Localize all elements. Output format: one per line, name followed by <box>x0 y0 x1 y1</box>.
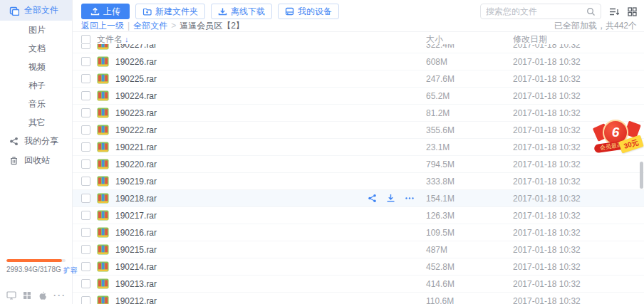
file-name[interactable]: 190215.rar <box>115 245 350 255</box>
file-list: 190226.rar 608M 2017-01-18 10:32 190225.… <box>73 53 644 304</box>
sort-list-icon[interactable] <box>609 7 620 16</box>
file-name[interactable]: 190216.rar <box>115 228 350 238</box>
download-file-icon[interactable] <box>386 194 395 203</box>
sidebar-item-music[interactable]: 音乐 <box>0 95 72 113</box>
file-size: 608M <box>426 57 513 67</box>
row-checkbox[interactable] <box>81 177 90 186</box>
promo-badge[interactable]: 6 会员最高 30元 <box>595 120 640 161</box>
file-size: 487M <box>426 245 513 255</box>
breadcrumb-root-link[interactable]: 全部文件 <box>133 20 167 32</box>
sidebar-item-torrents[interactable]: 种子 <box>0 76 72 95</box>
file-modified: 2017-01-18 10:32 <box>513 228 644 238</box>
file-name[interactable]: 190213.rar <box>115 279 350 289</box>
file-row[interactable]: 190215.rar 487M 2017-01-18 10:32 <box>73 241 644 258</box>
file-row[interactable]: 190219.rar 333.8M 2017-01-18 10:32 <box>73 173 644 190</box>
file-name[interactable]: 190227.rar <box>115 44 350 50</box>
file-row[interactable]: 190226.rar 608M 2017-01-18 10:32 <box>73 53 644 70</box>
file-row[interactable]: 190217.rar 126.3M 2017-01-18 10:32 <box>73 207 644 224</box>
new-folder-button[interactable]: 新建文件夹 <box>135 4 205 19</box>
row-checkbox[interactable] <box>81 279 90 288</box>
file-row[interactable]: 190216.rar 109.5M 2017-01-18 10:32 <box>73 224 644 241</box>
file-name[interactable]: 190223.rar <box>115 108 350 118</box>
file-row[interactable]: 190222.rar 355.6M 2017-01-18 10:32 <box>73 122 644 139</box>
row-checkbox[interactable] <box>81 245 90 254</box>
file-row[interactable]: 190221.rar 23.1M 2017-01-18 10:32 <box>73 139 644 156</box>
rar-file-icon <box>97 193 109 204</box>
more-actions-icon[interactable] <box>405 194 415 203</box>
sidebar-item-others[interactable]: 其它 <box>0 113 72 132</box>
row-checkbox[interactable] <box>81 228 90 237</box>
row-checkbox[interactable] <box>81 74 90 83</box>
apple-client-icon[interactable] <box>38 291 47 300</box>
grid-view-icon[interactable] <box>628 7 637 16</box>
offline-download-button[interactable]: 离线下载 <box>211 4 272 19</box>
search-icon[interactable] <box>586 7 596 16</box>
row-checkbox[interactable] <box>81 211 90 220</box>
vertical-scrollbar-thumb[interactable] <box>640 162 643 189</box>
desktop-client-icon[interactable] <box>6 291 16 300</box>
upload-button[interactable]: 上传 <box>81 4 130 19</box>
select-all-checkbox[interactable] <box>81 35 90 44</box>
sidebar-item-all-files[interactable]: 全部文件 <box>0 0 72 21</box>
file-name[interactable]: 190217.rar <box>115 211 350 221</box>
breadcrumb-back-link[interactable]: 返回上一级 <box>81 20 124 32</box>
file-modified: 2017-01-18 10:32 <box>513 74 644 84</box>
share-file-icon[interactable] <box>368 194 377 203</box>
file-size: 154.1M <box>426 194 513 204</box>
file-size: 794.5M <box>426 159 513 169</box>
file-modified: 2017-01-18 10:32 <box>513 194 644 204</box>
sidebar-item-videos[interactable]: 视频 <box>0 58 72 76</box>
breadcrumb-divider: | <box>128 21 130 31</box>
all-files-icon <box>9 5 19 16</box>
row-checkbox[interactable] <box>81 194 90 203</box>
row-checkbox[interactable] <box>81 125 90 135</box>
row-checkbox[interactable] <box>81 142 90 152</box>
file-name[interactable]: 190214.rar <box>115 262 350 272</box>
file-name[interactable]: 190225.rar <box>115 74 350 84</box>
file-modified: 2017-01-18 10:32 <box>513 262 644 272</box>
file-row[interactable]: 190218.rar 154.1M 2017-01-18 10:32 <box>73 190 644 207</box>
row-checkbox[interactable] <box>81 296 90 304</box>
row-checkbox[interactable] <box>81 108 90 117</box>
trash-icon <box>9 155 19 166</box>
netdisk-window: 全部文件 图片 文档 视频 种子 音乐 其它 我的分享 回收站 2993.94G… <box>0 0 644 304</box>
file-name[interactable]: 190218.rar <box>115 194 350 204</box>
sort-desc-icon[interactable]: ↓ <box>125 35 129 43</box>
file-name[interactable]: 190220.rar <box>115 159 350 169</box>
file-row[interactable]: 190224.rar 65.2M 2017-01-18 10:32 <box>73 88 644 105</box>
more-clients-icon[interactable]: ··· <box>53 290 66 300</box>
file-row[interactable]: 190220.rar 794.5M 2017-01-18 10:32 <box>73 156 644 173</box>
row-checkbox[interactable] <box>81 262 90 271</box>
file-row[interactable]: 190213.rar 414.6M 2017-01-18 10:32 <box>73 276 644 293</box>
windows-client-icon[interactable] <box>23 291 31 300</box>
search-input[interactable] <box>486 6 586 16</box>
file-name[interactable]: 190222.rar <box>115 125 350 135</box>
file-name[interactable]: 190219.rar <box>115 177 350 187</box>
file-row[interactable]: 190212.rar 110.6M 2017-01-18 10:32 <box>73 293 644 304</box>
file-size: 126.3M <box>426 211 513 221</box>
file-modified: 2017-01-18 10:32 <box>513 279 644 289</box>
file-row[interactable]: 190214.rar 452.8M 2017-01-18 10:32 <box>73 258 644 276</box>
row-checkbox[interactable] <box>81 91 90 100</box>
column-header-modified[interactable]: 修改日期 <box>513 33 644 46</box>
my-devices-button[interactable]: 我的设备 <box>278 4 339 19</box>
sidebar-item-pictures[interactable]: 图片 <box>0 21 72 39</box>
column-header-size[interactable]: 大小 <box>426 33 513 46</box>
file-row-partial[interactable]: 190227.rar 322.4M 2017-01-18 10:32 <box>73 44 644 53</box>
column-header-name[interactable]: 文件名↓ <box>97 33 350 46</box>
file-row[interactable]: 190225.rar 247.6M 2017-01-18 10:32 <box>73 70 644 88</box>
file-name[interactable]: 190224.rar <box>115 91 350 101</box>
file-size: 110.6M <box>426 296 513 304</box>
row-checkbox[interactable] <box>81 44 90 49</box>
file-row[interactable]: 190223.rar 81.2M 2017-01-18 10:32 <box>73 105 644 122</box>
file-name[interactable]: 190226.rar <box>115 57 350 67</box>
sidebar-item-recycle-bin[interactable]: 回收站 <box>0 151 72 170</box>
sidebar-item-label: 音乐 <box>28 98 46 110</box>
sidebar-item-my-shares[interactable]: 我的分享 <box>0 132 72 151</box>
file-name[interactable]: 190221.rar <box>115 142 350 152</box>
sidebar-item-documents[interactable]: 文档 <box>0 39 72 58</box>
file-modified: 2017-01-18 10:32 <box>513 108 644 118</box>
row-checkbox[interactable] <box>81 57 90 66</box>
file-name[interactable]: 190212.rar <box>115 296 350 304</box>
row-checkbox[interactable] <box>81 159 90 169</box>
